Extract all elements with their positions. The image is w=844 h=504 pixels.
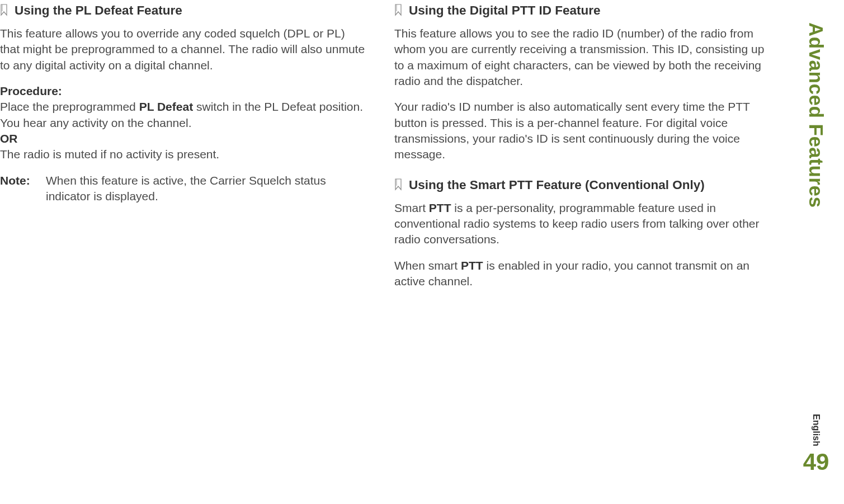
para-a: When smart: [394, 259, 461, 272]
note-text: When this feature is active, the Carrier…: [46, 173, 366, 205]
or-label: OR: [0, 132, 18, 145]
body-paragraph: Your radio's ID number is also automatic…: [394, 99, 769, 162]
side-bar: Advanced Features English 49: [802, 22, 830, 475]
page-number-block: English 49: [803, 414, 829, 475]
bookmark-icon: [394, 4, 403, 16]
note-block: Note: When this feature is active, the C…: [0, 173, 366, 205]
heading-text: Using the Smart PTT Feature (Conventiona…: [409, 177, 705, 192]
heading-text: Using the Digital PTT ID Feature: [409, 3, 601, 18]
note-label: Note:: [0, 173, 46, 205]
para-bold-ptt: PTT: [461, 259, 483, 272]
body-paragraph: This feature allows you to see the radio…: [394, 26, 769, 89]
left-column: Using the PL Defeat Feature This feature…: [0, 3, 383, 299]
proc-line2: The radio is muted if no activity is pre…: [0, 148, 219, 161]
page-language: English: [811, 414, 821, 446]
section-spacer: [394, 173, 769, 177]
section-heading-smart-ptt: Using the Smart PTT Feature (Conventiona…: [394, 177, 769, 192]
section-heading-digital-ptt: Using the Digital PTT ID Feature: [394, 3, 769, 18]
side-section-title: Advanced Features: [805, 22, 827, 208]
body-paragraph: This feature allows you to override any …: [0, 26, 366, 73]
proc-text-a: Place the preprogrammed: [0, 100, 139, 113]
procedure-label: Procedure:: [0, 83, 366, 99]
procedure-block: Procedure: Place the preprogrammed PL De…: [0, 83, 366, 163]
para-bold-ptt: PTT: [429, 201, 451, 214]
bookmark-icon: [0, 4, 9, 16]
page-number: 49: [803, 449, 829, 475]
heading-text: Using the PL Defeat Feature: [15, 3, 182, 18]
body-paragraph: When smart PTT is enabled in your radio,…: [394, 258, 769, 290]
proc-bold-pl-defeat: PL Defeat: [139, 100, 193, 113]
procedure-text: Place the preprogrammed PL Defeat switch…: [0, 99, 366, 162]
para-a: Smart: [394, 201, 429, 214]
section-heading-pl-defeat: Using the PL Defeat Feature: [0, 3, 366, 18]
page-content: Using the PL Defeat Feature This feature…: [0, 0, 844, 299]
body-paragraph: Smart PTT is a per-personality, programm…: [394, 200, 769, 248]
right-column: Using the Digital PTT ID Feature This fe…: [383, 3, 786, 299]
bookmark-icon: [394, 178, 403, 191]
